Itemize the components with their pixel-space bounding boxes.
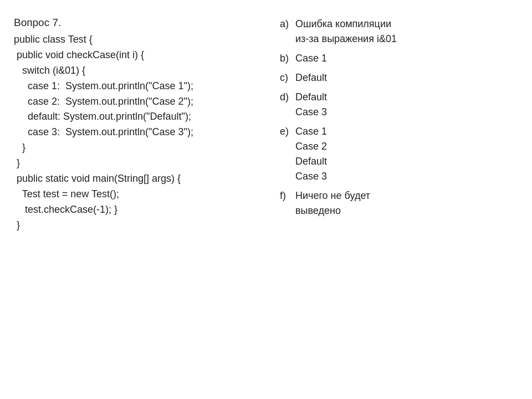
option-label: c) bbox=[280, 70, 295, 85]
option-text: Case 1 Case 2 Default Case 3 bbox=[295, 124, 327, 184]
option-text: Ошибка компиляции из-за выражения i&01 bbox=[295, 17, 397, 47]
option-item: e)Case 1 Case 2 Default Case 3 bbox=[280, 124, 529, 184]
option-text: Ничего не будет выведено bbox=[295, 188, 370, 218]
option-item: f)Ничего не будет выведено bbox=[280, 188, 529, 218]
option-text: Default bbox=[295, 70, 327, 85]
option-item: c)Default bbox=[280, 70, 529, 85]
option-label: b) bbox=[280, 51, 295, 66]
option-text: Case 1 bbox=[295, 51, 327, 66]
option-label: e) bbox=[280, 124, 295, 139]
left-panel: Вопрос 7. public class Test { public voi… bbox=[6, 11, 272, 388]
right-panel: a)Ошибка компиляции из-за выражения i&01… bbox=[272, 11, 532, 388]
option-item: b)Case 1 bbox=[280, 51, 529, 66]
option-item: a)Ошибка компиляции из-за выражения i&01 bbox=[280, 17, 529, 47]
option-label: d) bbox=[280, 90, 295, 105]
option-text: Default Case 3 bbox=[295, 90, 327, 120]
code-block: public class Test { public void checkCas… bbox=[14, 32, 263, 233]
question-title: Вопрос 7. bbox=[14, 17, 263, 29]
option-item: d)Default Case 3 bbox=[280, 90, 529, 120]
option-label: a) bbox=[280, 17, 295, 32]
options-list: a)Ошибка компиляции из-за выражения i&01… bbox=[280, 17, 529, 218]
option-label: f) bbox=[280, 188, 295, 203]
